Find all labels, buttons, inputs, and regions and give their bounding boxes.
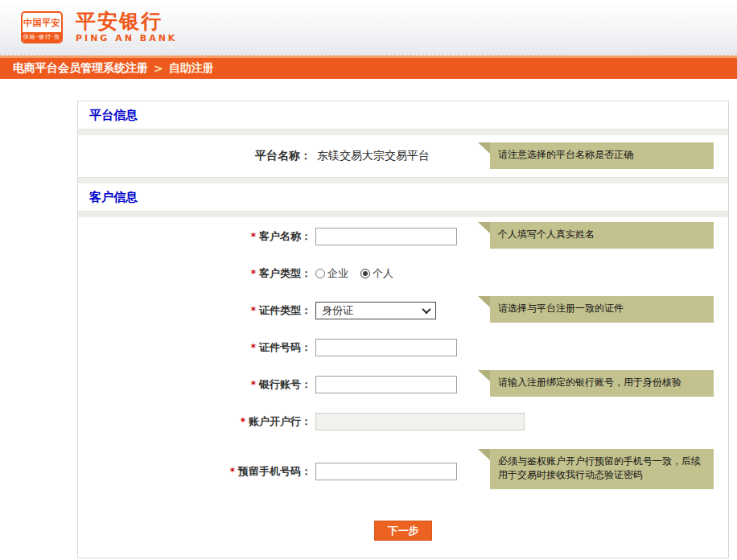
cert-type-hint: 请选择与平台注册一致的证件 — [478, 296, 714, 323]
customer-name-row: * 客户名称： 个人填写个人真实姓名 — [78, 227, 728, 246]
customer-type-label: * 客户类型： — [78, 266, 311, 281]
section-divider — [78, 177, 728, 183]
platform-name-label: 平台名称： — [78, 149, 311, 163]
chevron-down-icon — [422, 305, 430, 314]
mobile-row: * 预留手机号码： 必须与鉴权账户开户行预留的手机号一致，后续用于交易时接收我行… — [78, 462, 728, 481]
next-button[interactable]: 下一步 — [374, 521, 432, 541]
hint-tail-icon — [478, 142, 490, 154]
hint-tail-icon — [478, 449, 490, 460]
mobile-hint: 必须与鉴权账户开户行预留的手机号一致，后续用于交易时接收我行动态验证密码 — [478, 449, 714, 489]
cert-no-label: * 证件号码： — [78, 340, 311, 355]
bank-account-label: * 银行账号： — [78, 377, 311, 392]
button-row: 下一步 — [78, 521, 728, 541]
cert-type-label: * 证件类型： — [78, 303, 311, 318]
radio-option-company[interactable]: 企业 — [315, 266, 348, 281]
cert-no-row: * 证件号码： — [78, 338, 728, 357]
radio-circle-icon[interactable] — [315, 269, 325, 278]
registration-panel: 平台信息 平台名称： 东镁交易大宗交易平台 请注意选择的平台名称是否正确 客户信… — [77, 101, 729, 558]
logo-title: 中国平安 — [23, 13, 61, 32]
bank-name-cn: 平安银行 — [76, 11, 177, 32]
account-bank-row: * 账户开户行： — [78, 412, 728, 431]
customer-name-label: * 客户名称： — [78, 229, 311, 244]
breadcrumb-current: 自助注册 — [169, 61, 214, 76]
bank-account-row: * 银行账号： 请输入注册绑定的银行账号，用于身份核验 — [78, 375, 728, 394]
required-mark: * — [251, 342, 256, 353]
cert-type-row: * 证件类型： 身份证 请选择与平台注册一致的证件 — [78, 301, 728, 320]
customer-type-options: 企业 个人 — [315, 266, 393, 281]
section-title-customer: 客户信息 — [78, 183, 728, 211]
radio-circle-icon[interactable] — [360, 269, 370, 278]
bank-name-en: PING AN BANK — [76, 33, 177, 43]
cert-no-input[interactable] — [315, 339, 457, 356]
required-mark: * — [251, 305, 256, 316]
section-title-platform: 平台信息 — [78, 101, 728, 129]
bank-title: 平安银行 PING AN BANK — [76, 11, 177, 43]
hint-tail-icon — [478, 370, 490, 381]
bank-account-input[interactable] — [315, 376, 457, 393]
account-bank-input — [315, 413, 525, 430]
customer-type-row: * 客户类型： 企业 个人 — [78, 264, 728, 283]
breadcrumb-root: 电商平台会员管理系统注册 — [13, 61, 148, 76]
bank-account-hint: 请输入注册绑定的银行账号，用于身份核验 — [478, 370, 714, 397]
required-mark: * — [251, 231, 256, 242]
required-mark: * — [241, 416, 245, 427]
required-mark: * — [251, 379, 256, 390]
required-mark: * — [251, 268, 256, 279]
customer-name-hint: 个人填写个人真实姓名 — [478, 222, 714, 249]
customer-form: * 客户名称： 个人填写个人真实姓名 * 客户类型： 企业 — [78, 217, 728, 558]
breadcrumb-separator: > — [154, 62, 163, 75]
page-header: 中国平安 保险·银行·投资 平安银行 PING AN BANK — [0, 0, 737, 56]
cert-type-selected-value: 身份证 — [322, 303, 353, 318]
radio-option-personal[interactable]: 个人 — [360, 266, 393, 281]
account-bank-label: * 账户开户行： — [78, 414, 311, 429]
cert-type-select[interactable]: 身份证 — [315, 302, 436, 319]
platform-name-hint: 请注意选择的平台名称是否正确 — [478, 142, 714, 169]
platform-name-row: 平台名称： 东镁交易大宗交易平台 请注意选择的平台名称是否正确 — [78, 135, 728, 177]
customer-name-input[interactable] — [315, 228, 457, 245]
section-divider — [78, 129, 728, 135]
mobile-label: * 预留手机号码： — [78, 464, 311, 479]
logo-subtitle: 保险·银行·投资 — [23, 32, 61, 42]
hint-tail-icon — [478, 296, 490, 307]
hint-tail-icon — [478, 222, 490, 233]
mobile-input[interactable] — [315, 463, 457, 480]
platform-name-value: 东镁交易大宗交易平台 — [317, 149, 430, 163]
breadcrumb: 电商平台会员管理系统注册 > 自助注册 — [0, 56, 737, 79]
section-divider — [78, 211, 728, 217]
required-mark: * — [230, 466, 235, 477]
pingan-group-logo: 中国平安 保险·银行·投资 — [21, 11, 63, 43]
